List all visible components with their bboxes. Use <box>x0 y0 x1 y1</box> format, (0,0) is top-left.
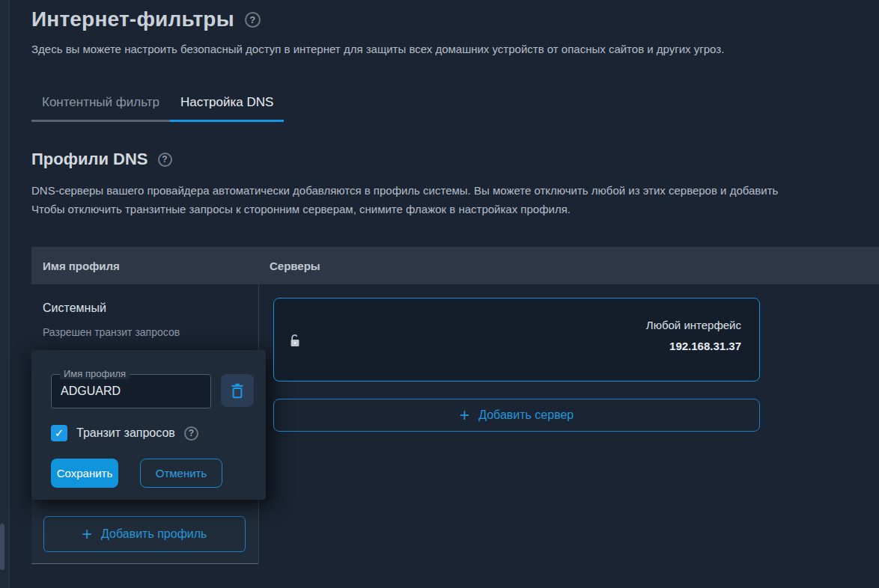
checkmark-icon: ✓ <box>55 426 64 440</box>
profile-status-system: Разрешен транзит запросов <box>43 326 180 338</box>
table-header: Имя профиля Серверы <box>31 247 879 284</box>
profile-name-field-frame: Имя профиля <box>51 374 211 408</box>
scrollbar-thumb[interactable] <box>0 524 4 570</box>
server-card[interactable]: Любой интерфейс 192.168.31.37 <box>273 298 760 382</box>
table-bottom-border <box>31 563 258 564</box>
add-server-label: Добавить сервер <box>478 408 574 422</box>
cancel-button[interactable]: Отменить <box>140 459 222 488</box>
transit-checkbox[interactable]: ✓ <box>51 425 67 441</box>
server-interface: Любой интерфейс <box>646 319 741 331</box>
profile-name-field-label: Имя профиля <box>60 368 130 379</box>
page-subtitle: Здесь вы можете настроить безопасный дос… <box>31 43 870 55</box>
tab-content-filter[interactable]: Контентный фильтр <box>31 88 170 122</box>
trash-icon <box>230 383 245 399</box>
section-description: DNS-серверы вашего провайдера автоматиче… <box>31 181 879 218</box>
scrollbar[interactable] <box>0 0 10 588</box>
table-header-profile-name: Имя профиля <box>31 260 258 272</box>
add-profile-button[interactable]: + Добавить профиль <box>43 516 246 552</box>
transit-help-icon[interactable]: ? <box>184 426 198 441</box>
plus-icon: + <box>82 526 92 543</box>
section-description-line1: DNS-серверы вашего провайдера автоматиче… <box>31 181 879 200</box>
lock-open-icon <box>289 334 301 348</box>
internet-filters-page: Интернет-фильтры ? Здесь вы можете настр… <box>0 0 879 588</box>
section-help-icon[interactable]: ? <box>158 153 172 167</box>
page-title: Интернет-фильтры <box>31 7 234 31</box>
tab-bar: Контентный фильтр Настройка DNS <box>31 88 284 122</box>
save-button[interactable]: Сохранить <box>51 459 118 488</box>
transit-checkbox-label: Транзит запросов <box>76 426 175 440</box>
server-address: 192.168.31.37 <box>646 340 741 352</box>
tab-dns-settings[interactable]: Настройка DNS <box>170 88 284 122</box>
page-title-help-icon[interactable]: ? <box>245 12 261 28</box>
delete-profile-button[interactable] <box>221 374 254 407</box>
profile-editor-popup: Имя профиля ✓ Транзит запросов ? Сохрани… <box>31 350 266 500</box>
plus-icon: + <box>460 407 469 424</box>
profile-name-system[interactable]: Системный <box>43 301 106 315</box>
table-header-servers: Серверы <box>258 260 320 272</box>
add-server-button[interactable]: + Добавить сервер <box>273 399 760 432</box>
section-title: Профили DNS <box>31 150 148 169</box>
profile-name-input[interactable] <box>52 375 210 408</box>
add-profile-label: Добавить профиль <box>101 527 207 541</box>
section-description-line2: Чтобы отключить транзитные запросы к сто… <box>31 200 879 218</box>
